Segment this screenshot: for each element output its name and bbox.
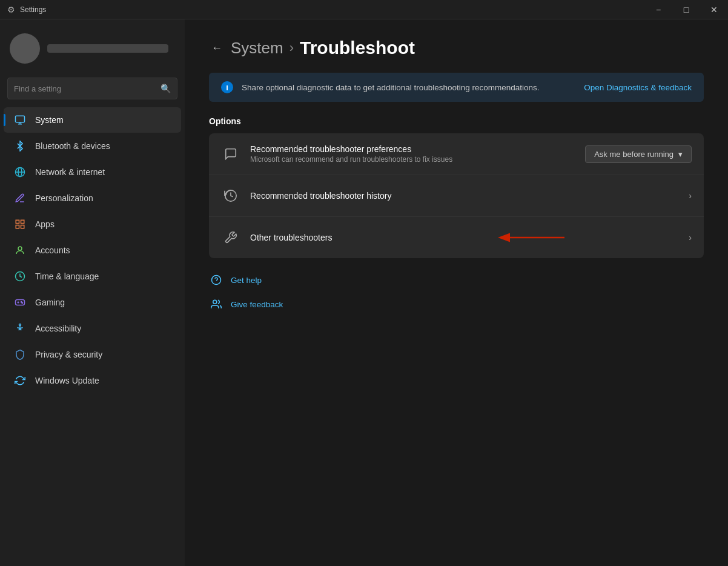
- sidebar: 🔍 System Bluetooth & devices: [0, 19, 185, 566]
- svg-point-17: [19, 324, 21, 326]
- titlebar-controls: − □ ✕: [644, 0, 728, 19]
- sidebar-item-label: Accessibility: [35, 324, 81, 333]
- sidebar-item-label: Accounts: [35, 245, 70, 255]
- sidebar-item-label: System: [35, 115, 64, 125]
- sidebar-item-personalization[interactable]: Personalization: [4, 185, 181, 211]
- info-icon: i: [221, 81, 233, 93]
- dropdown-value: Ask me before running: [594, 150, 673, 159]
- other-troubleshooters-row[interactable]: Other troubleshooters ›: [209, 217, 704, 258]
- sidebar-item-label: Personalization: [35, 193, 93, 203]
- troubleshooters-right: ›: [689, 233, 692, 242]
- accounts-icon: [13, 244, 27, 257]
- options-label: Options: [209, 116, 704, 126]
- avatar: [10, 33, 40, 64]
- get-help-label: Get help: [231, 276, 262, 285]
- svg-rect-12: [16, 300, 25, 305]
- sidebar-item-label: Bluetooth & devices: [35, 141, 110, 151]
- sidebar-item-label: Apps: [35, 219, 55, 229]
- profile-name: [47, 44, 168, 53]
- sidebar-nav: System Bluetooth & devices Network & int…: [0, 107, 185, 394]
- sidebar-item-label: Time & language: [35, 271, 99, 281]
- time-icon: [13, 270, 27, 283]
- recommended-prefs-row[interactable]: Recommended troubleshooter preferences M…: [209, 133, 704, 175]
- svg-rect-7: [21, 220, 24, 223]
- get-help-icon: [209, 273, 223, 287]
- svg-point-10: [18, 247, 22, 250]
- info-banner: i Share optional diagnostic data to get …: [209, 73, 704, 102]
- profile-section: [0, 24, 185, 73]
- gaming-icon: [13, 296, 27, 309]
- sidebar-item-apps[interactable]: Apps: [4, 211, 181, 237]
- svg-point-16: [22, 302, 23, 304]
- svg-rect-0: [16, 116, 25, 122]
- system-icon: [13, 113, 27, 127]
- titlebar-left: ⚙ Settings: [7, 5, 46, 15]
- options-card: Recommended troubleshooter preferences M…: [209, 133, 704, 258]
- svg-rect-9: [21, 225, 24, 228]
- history-right: ›: [689, 191, 692, 201]
- prefs-icon: [221, 144, 240, 164]
- sidebar-item-network[interactable]: Network & internet: [4, 159, 181, 185]
- app-body: 🔍 System Bluetooth & devices: [0, 19, 728, 566]
- sidebar-item-label: Network & internet: [35, 167, 105, 177]
- history-title: Recommended troubleshooter history: [250, 191, 679, 201]
- privacy-icon: [13, 348, 27, 361]
- sidebar-item-label: Privacy & security: [35, 350, 102, 359]
- breadcrumb-current: Troubleshoot: [300, 38, 415, 58]
- prefs-title: Recommended troubleshooter preferences: [250, 144, 575, 154]
- breadcrumb-separator: ›: [290, 40, 294, 56]
- maximize-button[interactable]: □: [672, 0, 700, 19]
- recommended-history-row[interactable]: Recommended troubleshooter history ›: [209, 175, 704, 217]
- search-input[interactable]: [14, 84, 160, 93]
- personalization-icon: [13, 191, 27, 205]
- get-help-row[interactable]: Get help: [209, 270, 704, 290]
- sidebar-item-label: Gaming: [35, 298, 65, 307]
- sidebar-item-gaming[interactable]: Gaming: [4, 290, 181, 315]
- diagnostics-link[interactable]: Open Diagnostics & feedback: [584, 83, 692, 92]
- settings-icon: ⚙: [7, 5, 15, 15]
- chevron-down-icon: ▾: [678, 150, 683, 159]
- sidebar-item-bluetooth[interactable]: Bluetooth & devices: [4, 133, 181, 159]
- history-icon: [221, 186, 240, 205]
- search-box[interactable]: 🔍: [7, 78, 177, 99]
- back-button[interactable]: ←: [209, 39, 225, 57]
- update-icon: [13, 374, 27, 387]
- chevron-right-icon: ›: [689, 233, 692, 242]
- sidebar-item-time[interactable]: Time & language: [4, 264, 181, 289]
- bluetooth-icon: [13, 139, 27, 153]
- titlebar-title: Settings: [20, 5, 46, 14]
- network-icon: [13, 165, 27, 179]
- breadcrumb: ← System › Troubleshoot: [209, 38, 704, 58]
- sidebar-item-accessibility[interactable]: Accessibility: [4, 316, 181, 341]
- close-button[interactable]: ✕: [700, 0, 728, 19]
- minimize-button[interactable]: −: [644, 0, 672, 19]
- prefs-dropdown[interactable]: Ask me before running ▾: [585, 145, 692, 163]
- main-content: ← System › Troubleshoot i Share optional…: [185, 19, 728, 566]
- troubleshooters-icon: [221, 228, 240, 247]
- give-feedback-label: Give feedback: [231, 300, 283, 309]
- sidebar-item-update[interactable]: Windows Update: [4, 368, 181, 393]
- prefs-subtitle: Microsoft can recommend and run troubles…: [250, 155, 575, 164]
- prefs-content: Recommended troubleshooter preferences M…: [250, 144, 575, 164]
- search-icon: 🔍: [160, 84, 171, 93]
- give-feedback-icon: [209, 297, 223, 311]
- sidebar-item-privacy[interactable]: Privacy & security: [4, 342, 181, 367]
- info-text: Share optional diagnostic data to get ad…: [242, 83, 575, 92]
- svg-point-23: [213, 300, 217, 304]
- apps-icon: [13, 218, 27, 231]
- troubleshooters-content: Other troubleshooters: [250, 233, 679, 242]
- chevron-right-icon: ›: [689, 191, 692, 201]
- history-content: Recommended troubleshooter history: [250, 191, 679, 201]
- svg-rect-6: [16, 220, 19, 223]
- troubleshooters-title: Other troubleshooters: [250, 233, 679, 242]
- titlebar: ⚙ Settings − □ ✕: [0, 0, 728, 19]
- give-feedback-row[interactable]: Give feedback: [209, 295, 704, 314]
- svg-rect-8: [16, 225, 19, 228]
- breadcrumb-parent: System: [231, 39, 283, 58]
- sidebar-item-accounts[interactable]: Accounts: [4, 238, 181, 263]
- sidebar-item-system[interactable]: System: [4, 107, 181, 133]
- help-links: Get help Give feedback: [209, 270, 704, 314]
- prefs-right: Ask me before running ▾: [585, 145, 692, 163]
- sidebar-item-label: Windows Update: [35, 376, 99, 385]
- accessibility-icon: [13, 322, 27, 335]
